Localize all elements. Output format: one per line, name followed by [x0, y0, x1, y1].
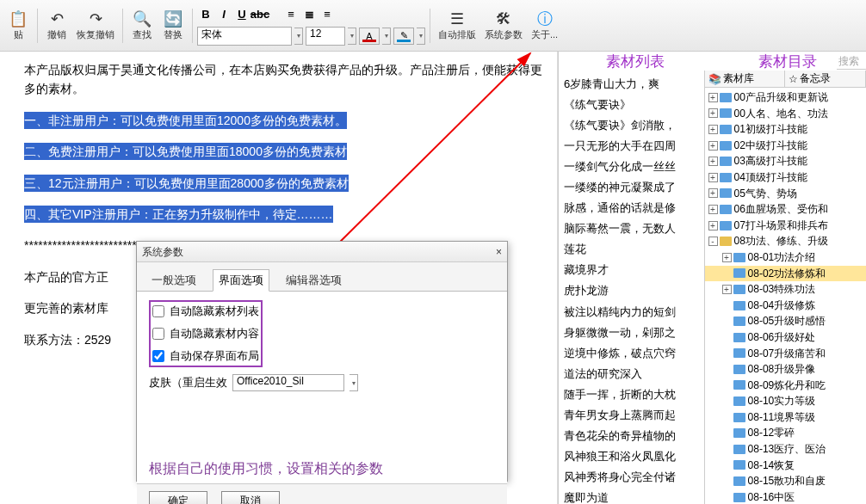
tree-node[interactable]: 08-08升级异像: [705, 361, 866, 378]
list-item[interactable]: 被注以精纯内力的短剑: [564, 302, 702, 323]
tree-node[interactable]: 08-05升级时感悟: [705, 313, 866, 329]
search-input[interactable]: 搜索: [837, 52, 866, 70]
underline-button[interactable]: U: [233, 6, 251, 23]
list-item[interactable]: 道法的研究深入: [564, 364, 702, 384]
toggle-icon[interactable]: +: [708, 157, 718, 166]
tree-node[interactable]: 08-06升级好处: [705, 329, 866, 346]
tree-node[interactable]: 08-02功法修炼和: [705, 266, 866, 282]
toggle-icon[interactable]: +: [708, 221, 718, 230]
tree-node[interactable]: 08-11境界等级: [705, 409, 866, 426]
redo-button[interactable]: ↷恢复撤销: [73, 4, 118, 47]
size-dropdown-icon[interactable]: ▾: [348, 28, 356, 45]
list-item[interactable]: 脉感，通俗的话就是修: [564, 198, 702, 218]
list-item[interactable]: 青色花朵的奇异植物的: [564, 426, 702, 446]
list-item[interactable]: 风神秀将身心完全付诸: [564, 467, 702, 488]
chk-save-layout[interactable]: [152, 350, 164, 362]
list-item[interactable]: 逆境中修炼，破点穴窍: [564, 343, 702, 364]
tree-node[interactable]: +05气势、势场: [705, 186, 866, 202]
list-item[interactable]: 身躯微微一动，剁那之: [564, 323, 702, 343]
material-tree[interactable]: +00产品升级和更新说+00人名、地名、功法+01初级打斗技能+02中级打斗技能…: [705, 88, 866, 504]
undo-button[interactable]: ↶撤销: [42, 4, 71, 47]
tree-node[interactable]: 08-07升级痛苦和: [705, 346, 866, 362]
paste-button[interactable]: 📋贴: [3, 4, 33, 47]
find-button[interactable]: 🔍查找: [127, 4, 157, 47]
skin-select[interactable]: Office2010_Sil: [232, 374, 344, 391]
toggle-icon[interactable]: +: [722, 253, 732, 262]
toggle-icon[interactable]: +: [708, 125, 718, 134]
list-item[interactable]: 一只无形的大手在四周: [564, 136, 702, 157]
sysparam-button[interactable]: 🛠系统参数: [481, 4, 526, 47]
align-center-button[interactable]: ≣: [300, 6, 318, 23]
tree-node[interactable]: 08-09炼化丹和吃: [705, 378, 866, 394]
autolayout-button[interactable]: ☰自动排版: [435, 4, 479, 47]
tree-node[interactable]: +04顶级打斗技能: [705, 169, 866, 186]
tree-node[interactable]: 08-16中医: [705, 489, 866, 504]
tree-node[interactable]: -08功法、修练、升级: [705, 233, 866, 249]
tree-node[interactable]: 08-14恢复: [705, 458, 866, 474]
align-left-button[interactable]: ≡: [282, 6, 300, 23]
list-item[interactable]: 风神狼王和浴火凤凰化: [564, 446, 702, 467]
tree-node[interactable]: 08-10实力等级: [705, 393, 866, 409]
list-item[interactable]: 随手一挥，折断的大枕: [564, 384, 702, 405]
replace-button[interactable]: 🔄替换: [158, 4, 188, 47]
tree-node[interactable]: +00产品升级和更新说: [705, 89, 866, 106]
tab-general[interactable]: 一般选项: [145, 269, 202, 291]
font-color-dd-icon[interactable]: ▾: [382, 28, 391, 45]
skin-dd-icon[interactable]: ▾: [349, 374, 358, 391]
tab-editor[interactable]: 编辑器选项: [280, 269, 348, 291]
font-dropdown-icon[interactable]: ▾: [294, 28, 303, 45]
tree-node[interactable]: +03高级打斗技能: [705, 153, 866, 169]
toggle-icon[interactable]: +: [708, 108, 718, 118]
toggle-icon[interactable]: -: [708, 237, 718, 246]
tree-node[interactable]: 08-04升级修炼: [705, 298, 866, 314]
font-select[interactable]: 宋体: [197, 27, 292, 46]
font-color-button[interactable]: A: [359, 28, 380, 45]
close-icon[interactable]: ×: [496, 242, 502, 261]
highlight-dd-icon[interactable]: ▾: [417, 28, 425, 45]
tree-node[interactable]: +01初级打斗技能: [705, 121, 866, 138]
tree-tab-lib[interactable]: 📚素材库: [705, 71, 786, 87]
list-item[interactable]: 《练气要诀》: [564, 95, 702, 115]
tree-node[interactable]: +00人名、地名、功法: [705, 106, 866, 122]
italic-button[interactable]: I: [215, 6, 232, 23]
tree-node[interactable]: 08-12零碎: [705, 425, 866, 441]
list-item[interactable]: 青年男女身上蒸腾而起: [564, 405, 702, 426]
list-item[interactable]: 虎扑龙游: [564, 280, 702, 301]
list-item[interactable]: 一缕剑气分化成一丝丝: [564, 157, 702, 177]
tree-node[interactable]: +07打斗场景和排兵布: [705, 218, 866, 234]
size-select[interactable]: 12: [306, 27, 345, 46]
list-item[interactable]: 莲花: [564, 239, 702, 260]
list-item[interactable]: 魔即为道: [564, 488, 702, 504]
tree-node[interactable]: +02中级打斗技能: [705, 138, 866, 154]
tab-ui[interactable]: 界面选项: [213, 269, 269, 292]
about-button[interactable]: ⓘ关于...: [528, 4, 561, 47]
ok-button[interactable]: 确定: [149, 491, 207, 504]
toggle-icon[interactable]: +: [708, 93, 718, 102]
strike-button[interactable]: abc: [251, 6, 269, 23]
cancel-button[interactable]: 取消: [221, 491, 280, 504]
bold-button[interactable]: B: [197, 6, 214, 23]
list-item[interactable]: 6岁膝青山大力，爽: [564, 74, 702, 95]
tree-node[interactable]: 08-15散功和自废: [705, 473, 866, 489]
toggle-icon[interactable]: +: [708, 205, 718, 214]
list-item[interactable]: 《练气要诀》剑消散，: [564, 115, 702, 136]
toggle-icon[interactable]: +: [708, 188, 718, 198]
list-item[interactable]: 藏境界才: [564, 260, 702, 280]
toggle-icon[interactable]: +: [722, 285, 732, 294]
list-item[interactable]: 一缕缕的神元凝聚成了: [564, 177, 702, 198]
tree-node[interactable]: +08-01功法介绍: [705, 249, 866, 266]
highlight-button[interactable]: ✎: [393, 28, 414, 45]
tree-node[interactable]: 08-13医疗、医治: [705, 441, 866, 458]
chk-hide-list[interactable]: [152, 305, 164, 317]
align-right-button[interactable]: ≡: [319, 6, 336, 23]
chk-hide-content[interactable]: [152, 328, 164, 340]
dialog-titlebar[interactable]: 系统参数 ×: [137, 242, 507, 262]
list-item[interactable]: 脑际蓦然一震，无数人: [564, 218, 702, 239]
tree-tab-memo[interactable]: ☆备忘录: [785, 71, 866, 87]
toggle-icon[interactable]: +: [708, 141, 718, 151]
toggle-icon[interactable]: +: [708, 173, 718, 182]
tree-node[interactable]: +06血腥场景、受伤和: [705, 201, 866, 218]
material-list[interactable]: 6岁膝青山大力，爽《练气要诀》《练气要诀》剑消散，一只无形的大手在四周一缕剑气分…: [559, 71, 705, 504]
format-group: B I U abc ≡ ≣ ≡: [197, 6, 425, 23]
tree-node[interactable]: +08-03特殊功法: [705, 281, 866, 298]
